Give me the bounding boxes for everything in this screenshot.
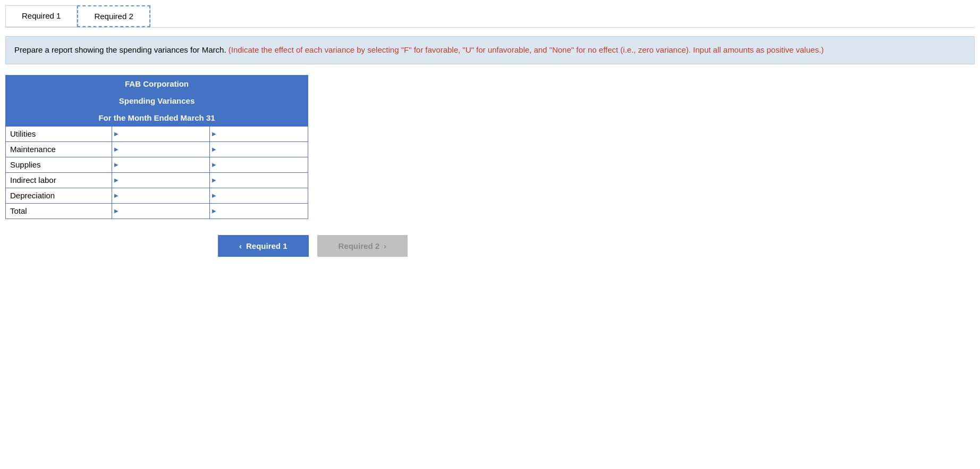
label-maintenance: Maintenance: [6, 141, 112, 157]
input-depreciation-value[interactable]: [121, 189, 208, 202]
input-depreciation-amount[interactable]: [112, 188, 210, 203]
instruction-red: (Indicate the effect of each variance by…: [226, 45, 824, 54]
next-chevron-icon: ›: [384, 241, 386, 250]
label-depreciation: Depreciation: [6, 188, 112, 203]
tab-required2[interactable]: Required 2: [77, 5, 150, 27]
table-header-row3: For the Month Ended March 31: [6, 109, 308, 126]
instruction-black: Prepare a report showing the spending va…: [14, 45, 226, 54]
input-total-effect[interactable]: [210, 203, 308, 219]
instruction-box: Prepare a report showing the spending va…: [5, 36, 975, 64]
input-indirect-labor-amount[interactable]: [112, 172, 210, 188]
input-utilities-effect-value[interactable]: [218, 128, 306, 140]
input-indirect-labor-effect[interactable]: [210, 172, 308, 188]
tab-divider: [5, 27, 975, 28]
input-utilities-effect[interactable]: [210, 126, 308, 141]
table-row-supplies: Supplies: [6, 157, 308, 172]
table-header-row2: Spending Variances: [6, 92, 308, 109]
tabs-container: Required 1 Required 2: [5, 5, 975, 27]
input-supplies-amount[interactable]: [112, 157, 210, 172]
input-utilities-amount[interactable]: [112, 126, 210, 141]
table-row-depreciation: Depreciation: [6, 188, 308, 203]
prev-button[interactable]: ‹ Required 1: [218, 235, 309, 257]
table-title3: For the Month Ended March 31: [6, 109, 308, 126]
input-supplies-value[interactable]: [121, 158, 208, 171]
input-maintenance-value[interactable]: [121, 143, 208, 156]
input-indirect-labor-effect-value[interactable]: [218, 174, 306, 187]
table-row-utilities: Utilities: [6, 126, 308, 141]
prev-button-label: Required 1: [246, 241, 288, 250]
input-indirect-labor-value[interactable]: [121, 174, 208, 187]
tab-required1[interactable]: Required 1: [5, 5, 77, 27]
label-total: Total: [6, 203, 112, 219]
input-depreciation-effect-value[interactable]: [218, 189, 306, 202]
label-indirect-labor: Indirect labor: [6, 172, 112, 188]
input-supplies-effect[interactable]: [210, 157, 308, 172]
table-title2: Spending Variances: [6, 92, 308, 109]
input-depreciation-effect[interactable]: [210, 188, 308, 203]
report-table: FAB Corporation Spending Variances For t…: [5, 75, 308, 219]
input-total-value[interactable]: [121, 205, 208, 217]
input-maintenance-amount[interactable]: [112, 141, 210, 157]
input-utilities-value[interactable]: [121, 128, 208, 140]
label-supplies: Supplies: [6, 157, 112, 172]
nav-buttons: ‹ Required 1 Required 2 ›: [218, 235, 975, 257]
table-row-total: Total: [6, 203, 308, 219]
input-supplies-effect-value[interactable]: [218, 158, 306, 171]
input-maintenance-effect[interactable]: [210, 141, 308, 157]
prev-chevron-icon: ‹: [239, 241, 242, 250]
input-total-effect-value[interactable]: [218, 205, 306, 217]
input-maintenance-effect-value[interactable]: [218, 143, 306, 156]
input-total-amount[interactable]: [112, 203, 210, 219]
label-utilities: Utilities: [6, 126, 112, 141]
table-row-maintenance: Maintenance: [6, 141, 308, 157]
table-row-indirect-labor: Indirect labor: [6, 172, 308, 188]
table-title1: FAB Corporation: [6, 75, 308, 92]
next-button[interactable]: Required 2 ›: [317, 235, 408, 257]
table-header-row1: FAB Corporation: [6, 75, 308, 92]
next-button-label: Required 2: [339, 241, 380, 250]
